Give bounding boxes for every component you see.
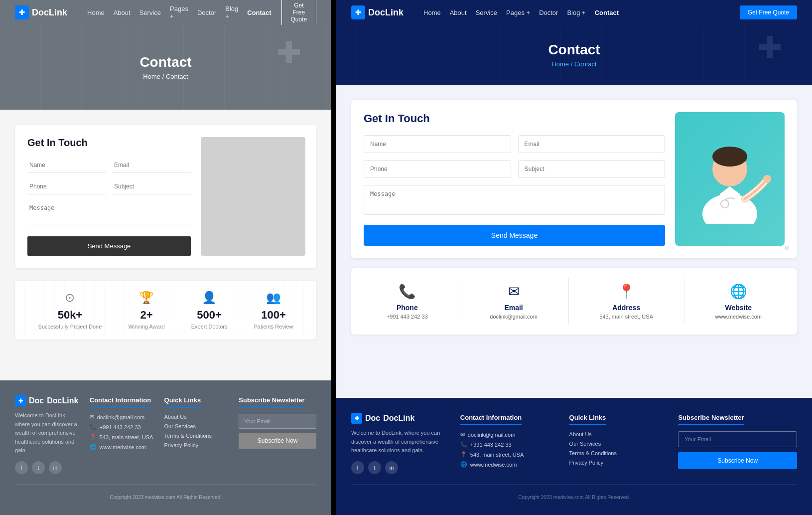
left-send-button[interactable]: Send Message xyxy=(27,236,191,256)
left-twitter-icon[interactable]: t xyxy=(32,461,45,474)
right-subscribe-button[interactable]: Subscribe Now xyxy=(678,452,797,469)
left-nav-doctor[interactable]: Doctor xyxy=(197,9,216,16)
left-nav-contact[interactable]: Contact xyxy=(247,9,271,16)
left-footer-email-value: doclink@gmail.com xyxy=(97,414,145,420)
right-card-divider-2 xyxy=(568,278,569,325)
left-logo: ✚ DocLink xyxy=(15,5,67,19)
right-contact-section: Get In Touch Send Message xyxy=(351,100,797,258)
right-phone-input[interactable] xyxy=(364,160,511,178)
left-stat-doctors: 👤 500+ Expert Doctors xyxy=(191,291,228,330)
right-footer-copyright: Copyright 2023 medwise.com All Rights Re… xyxy=(351,484,797,500)
right-navbar: ✚ DocLink Home About Service Pages + Doc… xyxy=(336,0,812,25)
left-message-input[interactable] xyxy=(27,200,191,225)
right-footer-phone: 📞 +991 443 242 33 xyxy=(460,441,559,448)
left-nav-home[interactable]: Home xyxy=(87,9,105,16)
left-name-input[interactable] xyxy=(27,158,106,173)
left-footer-link-privacy[interactable]: Privacy Policy xyxy=(164,442,229,448)
right-nav-home[interactable]: Home xyxy=(423,9,441,16)
right-footer-newsletter-col: Subscribe Newsletter Subscribe Now xyxy=(678,413,797,474)
left-stat-projects: ⊙ 50k+ Successfully Project Done xyxy=(38,291,102,330)
left-stat-doctors-number: 500+ xyxy=(197,309,222,322)
right-email-card-title: Email xyxy=(490,304,538,312)
right-nav-about[interactable]: About xyxy=(450,9,467,16)
right-nav-contact[interactable]: Contact xyxy=(595,9,619,16)
right-footer-address: 📍 543, main street, USA xyxy=(460,451,559,458)
left-stat-awards: 🏆 2+ Winning Award xyxy=(128,291,164,330)
right-nav-pages[interactable]: Pages + xyxy=(506,9,530,16)
right-footer-link-privacy[interactable]: Privacy Policy xyxy=(569,460,669,466)
left-footer-newsletter-col: Subscribe Newsletter Subscribe Now xyxy=(239,395,316,474)
right-name-input[interactable] xyxy=(364,135,511,153)
right-logo-shield: ✚ xyxy=(351,5,365,19)
right-phone-card-icon: 📞 xyxy=(387,283,428,300)
right-chevron-decoration: « xyxy=(784,242,790,253)
right-contact-website-card: 🌐 Website www.medwise.com xyxy=(705,278,772,325)
right-address-card-value: 543, main street, USA xyxy=(599,314,653,320)
left-breadcrumb-sep: / xyxy=(162,73,164,80)
right-subject-input[interactable] xyxy=(518,160,666,178)
right-breadcrumb-home: Home xyxy=(551,60,569,68)
right-footer-grid: ✚ DocDocLink Welcome to DocLink, where y… xyxy=(351,413,797,474)
left-footer-shield-icon: ✚ xyxy=(15,395,26,406)
left-breadcrumb: Home / Contact xyxy=(143,73,188,80)
right-send-button[interactable]: Send Message xyxy=(364,225,665,246)
right-footer-social: f t in xyxy=(351,461,450,474)
left-nav-pages[interactable]: Pages + xyxy=(170,5,188,20)
left-quote-button[interactable]: Get Free Quote xyxy=(281,0,316,26)
right-breadcrumb-sep: / xyxy=(571,60,573,68)
left-map-placeholder xyxy=(201,137,305,256)
left-email-input[interactable] xyxy=(112,158,191,173)
left-footer-address-icon: 📍 xyxy=(90,434,97,440)
left-nav-service[interactable]: Service xyxy=(139,9,161,16)
right-nav-doctor[interactable]: Doctor xyxy=(539,9,558,16)
left-newsletter-input[interactable] xyxy=(239,414,316,429)
right-card-divider-3 xyxy=(684,278,684,325)
right-nav-links: Home About Service Pages + Doctor Blog +… xyxy=(423,9,619,16)
left-footer-contact-col: Contact Information ✉ doclink@gmail.com … xyxy=(90,395,154,474)
right-footer-link-about[interactable]: About Us xyxy=(569,431,669,437)
right-footer-website: 🌐 www.medwise.com xyxy=(460,461,559,468)
left-subscribe-button[interactable]: Subscribe Now xyxy=(239,433,316,449)
right-email-card-value: doclink@gmail.com xyxy=(490,314,538,320)
left-subject-input[interactable] xyxy=(112,179,191,194)
left-contact-section: Get In Touch Send Message xyxy=(15,125,316,268)
left-footer-newsletter-title: Subscribe Newsletter xyxy=(239,396,304,408)
right-main: Get In Touch Send Message xyxy=(336,85,812,398)
left-hero: ✚ Contact Home / Contact xyxy=(0,25,331,110)
right-twitter-icon[interactable]: t xyxy=(368,461,381,474)
panel-divider xyxy=(331,0,336,515)
right-facebook-icon[interactable]: f xyxy=(351,461,364,474)
left-footer-website-value: www.medwise.com xyxy=(100,444,146,450)
left-nav-about[interactable]: About xyxy=(114,9,131,16)
right-address-card-title: Address xyxy=(599,304,653,312)
right-footer-link-services[interactable]: Our Services xyxy=(569,441,669,447)
right-footer-link-terms[interactable]: Terms & Conditions xyxy=(569,450,669,456)
left-nav-blog[interactable]: Blog + xyxy=(225,5,238,20)
left-footer-link-terms[interactable]: Terms & Conditions xyxy=(164,433,229,439)
right-quote-button[interactable]: Get Free Quote xyxy=(740,5,797,19)
right-footer: ✚ DocDocLink Welcome to DocLink, where y… xyxy=(336,398,812,515)
left-facebook-icon[interactable]: f xyxy=(15,461,28,474)
right-newsletter-input[interactable] xyxy=(678,431,797,447)
left-navbar: ✚ DocLink Home About Service Pages + Doc… xyxy=(0,0,331,25)
left-footer-link-about[interactable]: About Us xyxy=(164,414,229,420)
left-footer-desc: Welcome to DocLink, where you can discov… xyxy=(15,411,80,455)
left-instagram-icon[interactable]: in xyxy=(49,461,62,474)
left-footer-address-value: 543, main street, USA xyxy=(100,434,153,440)
right-instagram-icon[interactable]: in xyxy=(385,461,398,474)
left-footer-link-services[interactable]: Our Services xyxy=(164,423,229,429)
left-footer-links-col: Quick Links About Us Our Services Terms … xyxy=(164,395,229,474)
right-form-title: Get In Touch xyxy=(364,112,665,125)
right-message-input[interactable] xyxy=(364,185,665,215)
right-contact-info-row: 📞 Phone +991 443 242 33 ✉ Email doclink@… xyxy=(351,268,797,335)
right-form-row-2 xyxy=(364,160,665,178)
left-stat-projects-icon: ⊙ xyxy=(65,291,75,305)
right-nav-service[interactable]: Service xyxy=(476,9,497,16)
right-email-input[interactable] xyxy=(518,135,666,153)
right-footer-logo-text: DocLink xyxy=(383,414,414,423)
left-form-row-2 xyxy=(27,179,191,194)
left-phone-input[interactable] xyxy=(27,179,106,194)
right-website-card-value: www.medwise.com xyxy=(715,314,762,320)
right-nav-blog[interactable]: Blog + xyxy=(567,9,585,16)
right-footer-address-value: 543, main street, USA xyxy=(470,452,524,458)
